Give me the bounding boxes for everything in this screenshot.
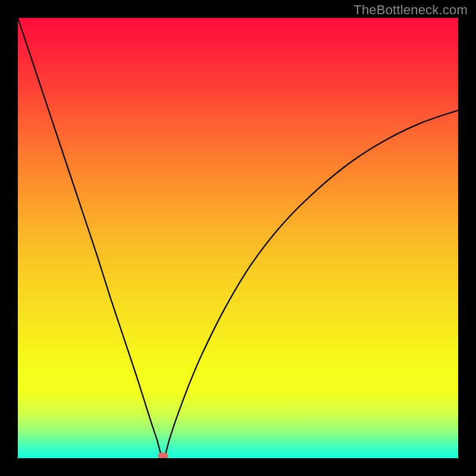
chart-frame: TheBottleneck.com bbox=[0, 0, 476, 476]
watermark-text: TheBottleneck.com bbox=[353, 2, 468, 18]
minimum-marker bbox=[158, 453, 168, 459]
plot-area bbox=[18, 18, 458, 458]
curve-path bbox=[18, 18, 458, 458]
bottleneck-curve bbox=[18, 18, 458, 458]
